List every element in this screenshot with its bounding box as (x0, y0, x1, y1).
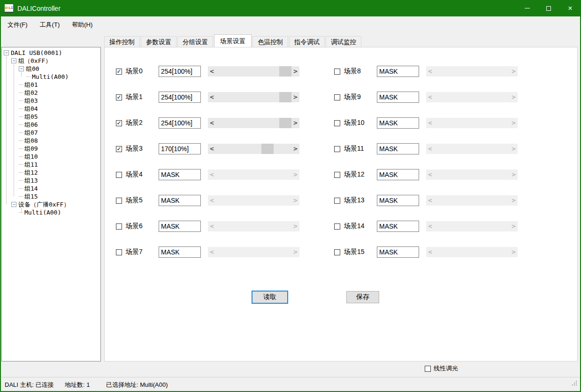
tree-node[interactable]: −组00 (2, 65, 100, 73)
scene-value-input[interactable] (377, 246, 419, 258)
tree-node-label[interactable]: 组09 (24, 145, 38, 153)
tree-node-label[interactable]: 组11 (24, 161, 38, 169)
scene-value-input[interactable] (377, 221, 419, 232)
scene-checkbox[interactable] (334, 120, 340, 126)
tree-collapse-icon[interactable]: − (11, 202, 16, 207)
scene-value-input[interactable] (159, 195, 201, 206)
scene-checkbox[interactable]: ✓ (116, 146, 122, 152)
scene-value-input[interactable] (159, 221, 201, 232)
scroll-right-arrow-icon[interactable]: > (291, 118, 299, 128)
scroll-left-arrow-icon[interactable]: < (208, 144, 216, 154)
tree-node[interactable]: 组06 (2, 121, 100, 129)
menu-item-1[interactable]: 工具(T) (34, 16, 66, 33)
tree-node-label[interactable]: 组01 (24, 81, 38, 89)
scene-value-input[interactable] (377, 92, 419, 103)
scene-value-input[interactable] (377, 195, 419, 206)
tree-node[interactable]: −设备（广播0xFF） (2, 200, 100, 208)
tree-node-label[interactable]: 设备（广播0xFF） (18, 200, 69, 209)
tree-node-label[interactable]: 组03 (24, 97, 38, 105)
scroll-right-arrow-icon[interactable]: > (291, 92, 299, 102)
tree-node[interactable]: 组04 (2, 105, 100, 113)
tab-1[interactable]: 参数设置 (141, 36, 176, 47)
tree-node-label[interactable]: 组（0xFF） (18, 57, 51, 65)
scroll-left-arrow-icon[interactable]: < (208, 118, 216, 128)
tree-node[interactable]: 组02 (2, 89, 100, 97)
tree-node-label[interactable]: 组12 (24, 169, 38, 177)
tree-node[interactable]: 组12 (2, 169, 100, 177)
tree-node[interactable]: 组05 (2, 113, 100, 121)
tree-node[interactable]: 组03 (2, 97, 100, 105)
scroll-track[interactable] (216, 92, 291, 102)
scroll-thumb[interactable] (279, 92, 291, 102)
scene-value-input[interactable] (377, 117, 419, 129)
tree-node[interactable]: Multi(A00) (2, 208, 100, 216)
scene-checkbox[interactable] (334, 146, 340, 152)
scroll-thumb[interactable] (279, 66, 291, 77)
tree-node-label[interactable]: 组14 (24, 184, 38, 193)
scroll-left-arrow-icon[interactable]: < (208, 66, 216, 77)
tree-node[interactable]: 组09 (2, 145, 100, 153)
scroll-left-arrow-icon[interactable]: < (208, 92, 216, 102)
scene-checkbox[interactable] (334, 249, 340, 255)
scene-checkbox[interactable]: ✓ (116, 94, 122, 100)
tree-node[interactable]: 组08 (2, 137, 100, 145)
tree-collapse-icon[interactable]: − (4, 50, 9, 55)
scene-level-scrollbar[interactable]: <> (208, 92, 299, 102)
tree-node-label[interactable]: 组05 (24, 113, 38, 121)
scene-checkbox[interactable] (334, 172, 340, 178)
resize-grip-icon[interactable] (572, 381, 577, 385)
tree-node-label[interactable]: 组04 (24, 105, 38, 113)
tree-node-label[interactable]: 组06 (24, 121, 38, 129)
tab-0[interactable]: 操作控制 (104, 36, 140, 47)
tree-node[interactable]: −组（0xFF） (2, 57, 100, 65)
scene-value-input[interactable] (377, 169, 419, 180)
scroll-right-arrow-icon[interactable]: > (291, 144, 299, 154)
tree-node-label[interactable]: Multi(A00) (32, 73, 69, 80)
scene-level-scrollbar[interactable]: <> (208, 66, 299, 77)
scroll-track[interactable] (216, 144, 291, 154)
scene-checkbox[interactable] (334, 69, 340, 75)
tree-node[interactable]: 组11 (2, 161, 100, 169)
scene-checkbox[interactable] (116, 223, 122, 230)
scene-value-input[interactable] (159, 117, 201, 129)
maximize-button[interactable] (538, 0, 559, 16)
save-button[interactable]: 保存 (346, 291, 379, 303)
scene-value-input[interactable] (159, 66, 201, 77)
tab-6[interactable]: 调试监控 (326, 36, 361, 47)
tree-node-label[interactable]: 组07 (24, 129, 38, 137)
tree-node-label[interactable]: 组08 (24, 137, 38, 145)
minimize-button[interactable] (516, 0, 538, 16)
tab-4[interactable]: 色温控制 (252, 36, 288, 47)
tab-2[interactable]: 分组设置 (177, 36, 213, 47)
tree-node-label[interactable]: 组00 (26, 65, 39, 73)
scene-level-scrollbar[interactable]: <> (208, 118, 299, 128)
tree-node-label[interactable]: 组15 (24, 192, 38, 201)
tab-3[interactable]: 场景设置 (214, 34, 252, 47)
tree-node[interactable]: 组13 (2, 177, 100, 184)
scene-checkbox[interactable] (116, 249, 122, 255)
scene-checkbox[interactable] (334, 223, 340, 230)
tree-node-label[interactable]: DALI USB(0001) (11, 49, 62, 56)
menu-item-0[interactable]: 文件(F) (1, 16, 34, 33)
tree-node-label[interactable]: 组13 (24, 177, 38, 185)
scroll-track[interactable] (216, 66, 291, 77)
read-button[interactable]: 读取 (252, 291, 288, 304)
scene-value-input[interactable] (159, 143, 201, 154)
scene-value-input[interactable] (159, 246, 201, 258)
tree-node[interactable]: 组07 (2, 129, 100, 137)
tab-5[interactable]: 指令调试 (289, 36, 325, 47)
scene-checkbox[interactable] (116, 172, 122, 178)
scroll-thumb[interactable] (279, 118, 291, 128)
scene-checkbox[interactable] (116, 198, 122, 204)
tree-node[interactable]: −DALI USB(0001) (2, 49, 100, 57)
scene-checkbox[interactable]: ✓ (116, 69, 122, 75)
tree-node-label[interactable]: 组10 (24, 153, 38, 161)
scene-value-input[interactable] (377, 66, 419, 77)
scene-value-input[interactable] (159, 169, 201, 180)
tree-node[interactable]: 组14 (2, 184, 100, 192)
scroll-track[interactable] (216, 118, 291, 128)
menu-item-2[interactable]: 帮助(H) (66, 16, 99, 33)
scroll-right-arrow-icon[interactable]: > (291, 66, 299, 77)
tree-node[interactable]: 组10 (2, 153, 100, 161)
scene-checkbox[interactable]: ✓ (116, 120, 122, 126)
